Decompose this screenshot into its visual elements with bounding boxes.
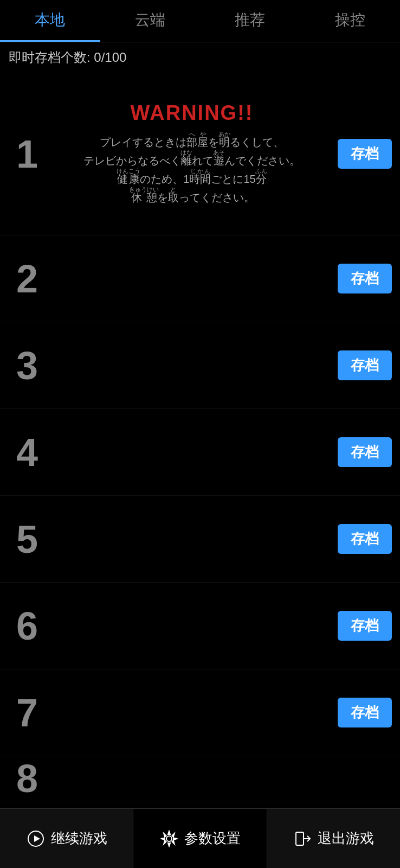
slot-number-3: 3 bbox=[0, 322, 54, 409]
slot-number-7: 7 bbox=[0, 669, 54, 756]
svg-point-2 bbox=[166, 836, 172, 841]
slot-content-6 bbox=[54, 583, 330, 669]
gear-icon bbox=[159, 829, 179, 848]
slot-btn-container-7: 存档 bbox=[330, 669, 400, 756]
warning-text: プレイするときは部屋へやを明あかるくして、 テレビからなるべく離はなれて遊あそん… bbox=[82, 131, 301, 207]
slot-content-8 bbox=[54, 756, 330, 801]
slot-item-4: 4 存档 bbox=[0, 409, 400, 496]
slot-btn-container-1: 存档 bbox=[330, 73, 400, 235]
slot-btn-container-2: 存档 bbox=[330, 235, 400, 322]
exit-icon bbox=[293, 829, 312, 848]
save-button-3[interactable]: 存档 bbox=[338, 350, 392, 380]
slot-list: 1 WARNING!! プレイするときは部屋へやを明あかるくして、 テレビからな… bbox=[0, 73, 400, 866]
tab-cloud[interactable]: 云端 bbox=[100, 0, 201, 42]
slot-content-1: WARNING!! プレイするときは部屋へやを明あかるくして、 テレビからなるべ… bbox=[54, 73, 330, 235]
slot-number-4: 4 bbox=[0, 409, 54, 495]
slot-btn-container-3: 存档 bbox=[330, 322, 400, 409]
save-button-4[interactable]: 存档 bbox=[338, 437, 392, 467]
save-button-1[interactable]: 存档 bbox=[338, 139, 392, 169]
warning-line3: 健康けんこうのため、1時間じかんごとに15分ふん bbox=[117, 173, 267, 185]
slot-btn-container-6: 存档 bbox=[330, 583, 400, 669]
slot-item-8: 8 bbox=[0, 756, 400, 801]
exit-button[interactable]: 退出游戏 bbox=[267, 809, 400, 868]
settings-button[interactable]: 参数设置 bbox=[133, 809, 267, 868]
warning-line4: 休憩きゅうけいを取とってください。 bbox=[129, 192, 254, 203]
slot-item-7: 7 存档 bbox=[0, 669, 400, 756]
slot-content-4 bbox=[54, 409, 330, 495]
slot-number-1: 1 bbox=[0, 73, 54, 235]
tab-local[interactable]: 本地 bbox=[0, 0, 100, 42]
slot-number-2: 2 bbox=[0, 235, 54, 322]
tab-recommend[interactable]: 推荐 bbox=[200, 0, 300, 42]
save-button-6[interactable]: 存档 bbox=[338, 611, 392, 641]
continue-label: 继续游戏 bbox=[51, 829, 107, 848]
svg-rect-3 bbox=[296, 832, 304, 845]
warning-line1: プレイするときは部屋へやを明あかるくして、 bbox=[100, 136, 284, 148]
slot-item-5: 5 存档 bbox=[0, 496, 400, 583]
slot-item-2: 2 存档 bbox=[0, 235, 400, 322]
slot-content-5 bbox=[54, 496, 330, 582]
tab-control[interactable]: 操控 bbox=[300, 0, 401, 42]
warning-line2: テレビからなるべく離はなれて遊あそんでください。 bbox=[83, 155, 300, 167]
warning-overlay: WARNING!! プレイするときは部屋へやを明あかるくして、 テレビからなるべ… bbox=[54, 73, 330, 235]
slot-item-6: 6 存档 bbox=[0, 583, 400, 669]
slot-btn-container-5: 存档 bbox=[330, 496, 400, 582]
slot-item-1: 1 WARNING!! プレイするときは部屋へやを明あかるくして、 テレビからな… bbox=[0, 73, 400, 235]
slot-item-3: 3 存档 bbox=[0, 322, 400, 409]
save-count-status: 即时存档个数: 0/100 bbox=[0, 42, 400, 73]
slot-number-6: 6 bbox=[0, 583, 54, 669]
svg-marker-1 bbox=[34, 835, 40, 842]
save-button-2[interactable]: 存档 bbox=[338, 264, 392, 293]
slot-btn-container-8 bbox=[330, 756, 400, 801]
play-icon bbox=[26, 829, 46, 848]
bottom-bar: 继续游戏 参数设置 退出游戏 bbox=[0, 808, 400, 868]
warning-title: WARNING!! bbox=[131, 101, 254, 125]
slot-content-7 bbox=[54, 669, 330, 756]
slot-number-8: 8 bbox=[0, 756, 54, 801]
settings-label: 参数设置 bbox=[184, 829, 241, 848]
top-nav: 本地 云端 推荐 操控 bbox=[0, 0, 400, 42]
slot-content-2 bbox=[54, 235, 330, 322]
save-button-5[interactable]: 存档 bbox=[338, 524, 392, 554]
slot-number-5: 5 bbox=[0, 496, 54, 582]
continue-button[interactable]: 继续游戏 bbox=[0, 809, 133, 868]
slot-content-3 bbox=[54, 322, 330, 409]
exit-label: 退出游戏 bbox=[318, 829, 374, 848]
slot-btn-container-4: 存档 bbox=[330, 409, 400, 495]
save-button-7[interactable]: 存档 bbox=[338, 698, 392, 727]
